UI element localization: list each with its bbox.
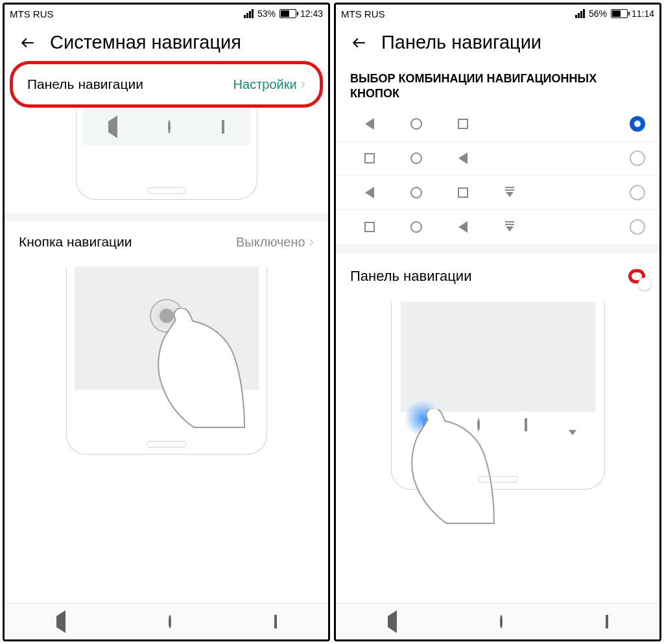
signal-icon — [575, 9, 585, 18]
phone-home-indicator — [147, 441, 187, 447]
nav-recent-icon[interactable] — [606, 616, 608, 628]
status-bar: MTS RUS 53% 12:43 — [5, 5, 328, 23]
radio-button[interactable] — [630, 185, 645, 200]
combo-option-1[interactable] — [336, 141, 659, 176]
recent-icon — [440, 119, 486, 129]
recent-icon — [525, 420, 527, 430]
status-time: 12:43 — [300, 8, 323, 19]
nav-button-row[interactable]: Кнопка навигации Выключено › — [5, 222, 328, 263]
nav-panel-row[interactable]: Панель навигации Настройки › — [10, 61, 323, 108]
nav-panel-toggle-row: Панель навигации — [336, 254, 659, 299]
nav-panel-label: Панель навигации — [27, 77, 143, 92]
radio-button[interactable] — [630, 219, 645, 235]
combo-option-3[interactable] — [336, 210, 659, 244]
back-button[interactable] — [19, 34, 37, 52]
nav-panel-preview — [336, 299, 659, 516]
drawer-icon — [486, 221, 533, 233]
drawer-icon — [486, 187, 533, 198]
page-header: Системная навигация — [5, 23, 328, 60]
status-bar: MTS RUS 56% 11:14 — [336, 5, 659, 23]
nav-recent-icon[interactable] — [274, 616, 277, 628]
back-icon — [440, 152, 486, 164]
nav-back-icon[interactable] — [56, 616, 65, 628]
home-icon — [393, 221, 440, 233]
home-icon — [393, 118, 440, 130]
toggle-label: Панель навигации — [350, 268, 471, 285]
battery-percent: 53% — [257, 8, 276, 19]
back-icon — [108, 121, 117, 133]
signal-icon — [244, 9, 254, 18]
battery-percent: 56% — [589, 8, 607, 19]
nav-panel-preview — [5, 109, 328, 213]
screen-system-navigation: MTS RUS 53% 12:43 Системная навигация Па… — [3, 3, 330, 641]
nav-button-preview — [5, 263, 328, 468]
phone-home-indicator — [478, 476, 518, 483]
page-header: Панель навигации — [336, 23, 659, 60]
combo-option-2[interactable] — [336, 176, 659, 210]
radio-button[interactable] — [630, 150, 645, 166]
system-nav-bar — [336, 603, 659, 639]
nav-button-value: Выключено — [236, 235, 305, 250]
battery-icon — [279, 9, 296, 18]
page-title: Системная навигация — [50, 32, 241, 53]
recent-icon — [440, 187, 486, 198]
status-carrier: MTS RUS — [10, 8, 244, 19]
section-divider — [5, 213, 328, 222]
home-icon — [393, 187, 440, 198]
section-header: ВЫБОР КОМБИНАЦИИ НАВИГАЦИОННЫХ КНОПОК — [336, 60, 659, 107]
hand-icon — [399, 409, 503, 539]
section-divider — [336, 244, 659, 254]
recent-icon — [346, 222, 393, 232]
status-carrier: MTS RUS — [341, 8, 575, 19]
home-icon — [168, 121, 171, 133]
screen-nav-panel: MTS RUS 56% 11:14 Панель навигации ВЫБОР… — [334, 3, 661, 641]
page-title: Панель навигации — [381, 32, 541, 53]
recent-icon — [346, 153, 393, 163]
recent-icon — [222, 121, 224, 133]
back-icon — [440, 221, 486, 233]
combo-option-0[interactable] — [336, 107, 659, 141]
back-icon — [346, 187, 393, 198]
nav-home-icon[interactable] — [500, 616, 503, 628]
phone-home-indicator — [147, 187, 186, 194]
nav-button-label: Кнопка навигации — [19, 234, 132, 250]
chevron-right-icon: › — [301, 76, 305, 93]
battery-icon — [611, 9, 628, 18]
nav-home-icon[interactable] — [169, 616, 171, 628]
toggle-highlight — [628, 269, 645, 283]
chevron-right-icon: › — [309, 233, 314, 250]
nav-back-icon[interactable] — [388, 616, 397, 628]
back-icon — [346, 118, 393, 130]
back-button[interactable] — [350, 34, 368, 52]
radio-button[interactable] — [630, 116, 645, 132]
status-time: 11:14 — [632, 8, 654, 19]
system-nav-bar — [5, 603, 328, 639]
hand-icon — [143, 308, 254, 444]
nav-panel-value: Настройки — [233, 77, 297, 92]
home-icon — [393, 152, 440, 164]
